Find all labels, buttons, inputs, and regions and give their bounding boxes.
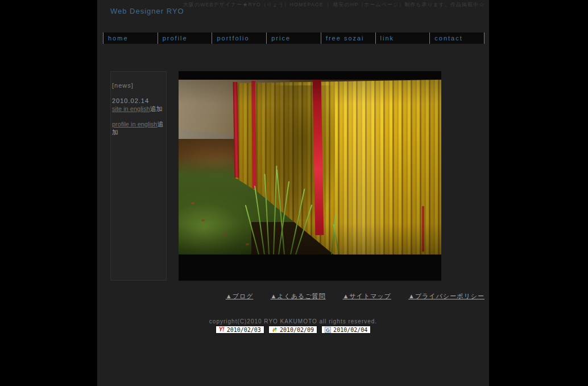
- news-link-profile-in-english[interactable]: profile in english: [112, 121, 158, 128]
- nav-item-contact[interactable]: contact: [429, 32, 484, 44]
- nav-item-price[interactable]: price: [266, 32, 321, 44]
- yahoo-icon: Y!: [219, 327, 225, 332]
- main-photo: [179, 80, 441, 254]
- news-date: 2010.02.14: [112, 97, 165, 105]
- header-tagline: 大阪のWEBデザイナー★RYO（りょう）HOMEPAGE ｜ 格安のHP（ホーム…: [183, 1, 485, 9]
- nav-item-free-sozai[interactable]: free sozai: [321, 32, 375, 44]
- news-heading: [news]: [112, 81, 165, 89]
- leaf-dot: [223, 233, 226, 236]
- nav-item-link[interactable]: link: [375, 32, 430, 44]
- badge-date: 2010/02/09: [280, 327, 314, 333]
- footer-link-blog[interactable]: ▲ブログ: [226, 292, 254, 301]
- site-title: Web Designer RYO: [110, 7, 184, 15]
- badge-date: 2010/02/03: [227, 327, 261, 333]
- copyright-text: copyright(C)2010 RYO KAKUMOTO all rights…: [97, 318, 489, 325]
- nav-item-profile[interactable]: profile: [158, 32, 212, 44]
- msn-rank-badge[interactable]: 2010/02/09: [268, 326, 317, 334]
- footer-link-privacy-policy[interactable]: ▲プライバシーポリシー: [408, 292, 485, 301]
- google-icon: G: [325, 327, 331, 333]
- footer-link-faq[interactable]: ▲よくあるご質問: [270, 292, 325, 301]
- content-column: 大阪のWEBデザイナー★RYO（りょう）HOMEPAGE ｜ 格安のHP（ホーム…: [97, 0, 489, 386]
- google-rank-badge[interactable]: G 2010/02/04: [321, 326, 371, 334]
- news-item: profile in english追加: [112, 120, 165, 136]
- main-nav: home profile portfolio price free sozai …: [103, 32, 485, 44]
- leaf-dot: [246, 243, 249, 245]
- yahoo-rank-badge[interactable]: Y! 2010/02/03: [216, 326, 264, 334]
- leaf-dot: [191, 202, 194, 204]
- news-note: 追加: [150, 105, 163, 112]
- badge-date: 2010/02/04: [333, 327, 367, 333]
- photo-red-drip: [422, 206, 424, 252]
- news-sidebar: [news] 2010.02.14 site in english追加 prof…: [110, 71, 167, 281]
- news-link-site-in-english[interactable]: site in english: [112, 105, 150, 112]
- nav-item-portfolio[interactable]: portfolio: [212, 32, 266, 44]
- leaf-dot: [201, 219, 205, 221]
- main-photo-frame: [179, 71, 441, 281]
- nav-item-home[interactable]: home: [103, 32, 158, 44]
- footer-link-sitemap[interactable]: ▲サイトマップ: [343, 292, 391, 301]
- footer-links: ▲ブログ ▲よくあるご質問 ▲サイトマップ ▲プライバシーポリシー: [226, 292, 485, 301]
- rank-badges: Y! 2010/02/03 2010/02/09 G 2010/02/04: [97, 326, 489, 334]
- news-item: site in english追加: [112, 105, 165, 113]
- msn-icon: [272, 325, 278, 335]
